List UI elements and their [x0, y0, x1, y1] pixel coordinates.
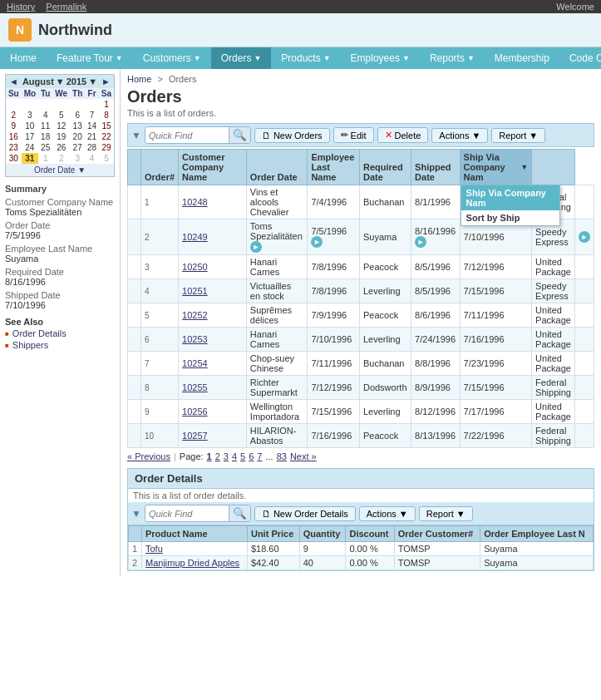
page-5-link[interactable]: 5 [240, 451, 245, 461]
cal-day weekend[interactable]: 16 [6, 131, 22, 142]
detail-col-discount[interactable]: Discount [346, 526, 394, 542]
nav-products[interactable]: Products ▼ [271, 47, 340, 69]
cal-day[interactable] [22, 99, 38, 110]
row-nav-icon[interactable]: ► [250, 241, 262, 253]
history-link[interactable]: History [7, 2, 35, 12]
row-detail-icon[interactable]: ► [311, 236, 323, 248]
cal-day weekend[interactable]: 30 [6, 153, 22, 164]
order-num-cell[interactable]: 10252 [179, 303, 247, 328]
order-link[interactable]: 10257 [182, 431, 208, 441]
cal-next-button[interactable]: ► [101, 76, 111, 86]
cal-day[interactable]: 17 [22, 131, 38, 142]
detail-col-qty[interactable]: Quantity [299, 526, 346, 542]
col-header-shipped[interactable]: Shipped Date [411, 150, 461, 185]
see-also-order-details[interactable]: Order Details [5, 328, 115, 338]
cal-day[interactable]: 4 [38, 110, 52, 121]
detail-filter-icon[interactable]: ▼ [131, 508, 141, 520]
cal-day[interactable]: 26 [52, 142, 70, 153]
filter-icon[interactable]: ▼ [131, 130, 141, 141]
col-header-required[interactable]: Required Date [359, 150, 411, 185]
page-3-link[interactable]: 3 [224, 451, 229, 461]
nav-cell[interactable]: ► [574, 219, 594, 255]
cal-year[interactable]: 2015 [67, 76, 86, 86]
col-header-employee[interactable]: Employee Last Name [308, 150, 360, 185]
sort-by-ship-item[interactable]: Sort by Ship [461, 210, 559, 225]
ship-via-dropdown-arrow[interactable]: ▼ [520, 163, 528, 171]
detail-actions-button[interactable]: Actions ▼ [359, 506, 416, 521]
order-link[interactable]: 10254 [182, 358, 208, 368]
cal-day[interactable]: 3 [22, 110, 38, 121]
order-link[interactable]: 10253 [182, 334, 208, 344]
detail-quickfind-input[interactable] [145, 507, 229, 520]
detail-col-product[interactable]: Product Name [142, 526, 248, 542]
page-4-link[interactable]: 4 [232, 451, 237, 461]
nav-home[interactable]: Home [0, 47, 47, 69]
cal-day[interactable]: 12 [52, 121, 70, 131]
cal-day other-month[interactable]: 4 [85, 153, 99, 164]
col-header-ship-via[interactable]: Ship Via Company Nam ▼ Ship Via Company … [460, 150, 532, 185]
page-2-link[interactable]: 2 [215, 451, 220, 461]
order-num-cell[interactable]: 10250 [179, 255, 247, 279]
detail-col-customer[interactable]: Order Customer# [394, 526, 480, 542]
product-link-2[interactable]: Manjimup Dried Apples [145, 558, 239, 568]
order-link[interactable]: 10256 [182, 407, 208, 417]
cal-day weekend[interactable]: 1 [99, 99, 114, 110]
new-orders-button[interactable]: 🗋 New Orders [254, 128, 330, 143]
order-num-cell[interactable]: 10249 [179, 219, 247, 255]
nav-code-on-time[interactable]: Code On Time [559, 47, 601, 69]
cal-day weekend[interactable]: 23 [6, 142, 22, 153]
cal-day[interactable]: 10 [22, 121, 38, 131]
quickfind-input[interactable] [145, 129, 229, 142]
order-num-cell[interactable]: 10256 [179, 400, 247, 424]
page-83-link[interactable]: 83 [277, 451, 287, 461]
cal-day[interactable] [70, 99, 85, 110]
cal-day[interactable]: 7 [85, 110, 99, 121]
order-link[interactable]: 10250 [182, 262, 208, 272]
cal-day weekend[interactable]: 8 [99, 110, 114, 121]
order-num-cell[interactable]: 10255 [179, 376, 247, 400]
order-link[interactable]: 10255 [182, 382, 208, 392]
cal-day[interactable]: 28 [85, 142, 99, 153]
nav-customers[interactable]: Customers ▼ [133, 47, 211, 69]
nav-membership[interactable]: Membership [485, 47, 559, 69]
detail-product[interactable]: Manjimup Dried Apples [142, 556, 248, 570]
order-num-cell[interactable]: 10248 [179, 185, 247, 219]
detail-col-employee[interactable]: Order Employee Last N [480, 526, 594, 542]
order-num-cell[interactable]: 10253 [179, 328, 247, 352]
page-6-link[interactable]: 6 [249, 451, 254, 461]
cal-day[interactable] [38, 99, 52, 110]
nav-employees[interactable]: Employees ▼ [341, 47, 420, 69]
page-7-link[interactable]: 7 [257, 451, 262, 461]
quickfind-button[interactable]: 🔍 [229, 127, 250, 143]
cal-day[interactable]: 5 [52, 110, 70, 121]
permalink-link[interactable]: Permalink [46, 2, 86, 12]
nav-reports[interactable]: Reports ▼ [420, 47, 485, 69]
breadcrumb-home[interactable]: Home [127, 74, 151, 84]
order-link[interactable]: 10252 [182, 310, 208, 320]
prev-page-link[interactable]: « Previous [127, 451, 170, 461]
cal-day other-month[interactable]: 3 [70, 153, 85, 164]
cal-day[interactable]: 6 [70, 110, 85, 121]
cal-day[interactable]: 13 [70, 121, 85, 131]
cal-day weekend[interactable]: 29 [99, 142, 114, 153]
nav-feature-tour[interactable]: Feature Tour ▼ [47, 47, 133, 69]
cal-day[interactable]: 14 [85, 121, 99, 131]
cal-day[interactable] [6, 99, 22, 110]
cal-day[interactable]: 20 [70, 131, 85, 142]
cal-day[interactable] [52, 99, 70, 110]
report-button[interactable]: Report ▼ [491, 128, 545, 143]
cal-day weekend[interactable]: 22 [99, 131, 114, 142]
row-req-icon[interactable]: ► [415, 236, 426, 248]
cal-day[interactable] [85, 99, 99, 110]
next-page-link[interactable]: Next » [290, 451, 317, 461]
cal-day today[interactable]: 31 [22, 153, 38, 164]
order-link[interactable]: 10249 [182, 232, 208, 242]
delete-button[interactable]: ✕ Delete [377, 127, 429, 143]
see-also-shippers[interactable]: Shippers [5, 340, 115, 350]
detail-quickfind-button[interactable]: 🔍 [229, 505, 250, 521]
cal-day other-month weekend[interactable]: 5 [99, 153, 114, 164]
page-1-link[interactable]: 1 [207, 451, 212, 461]
new-order-details-button[interactable]: 🗋 New Order Details [254, 506, 356, 521]
order-num-cell[interactable]: 10257 [179, 424, 247, 448]
cal-day[interactable]: 18 [38, 131, 52, 142]
